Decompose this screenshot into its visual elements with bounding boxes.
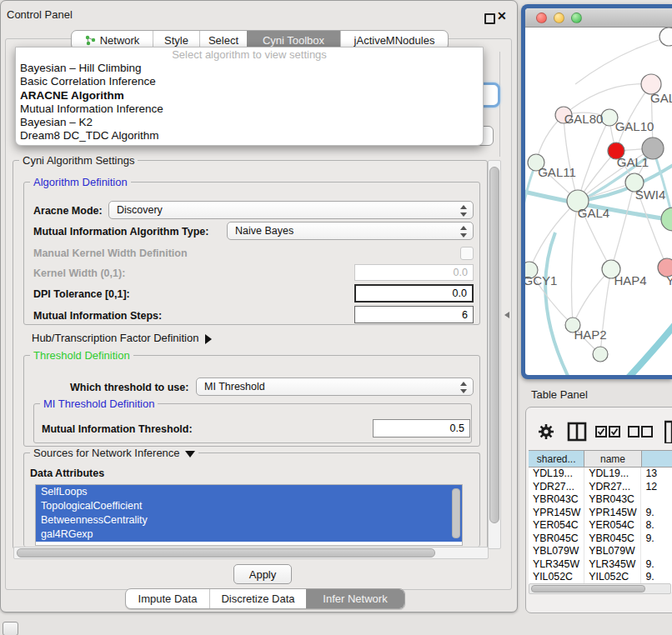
apply-button[interactable]: Apply xyxy=(233,564,292,584)
which-threshold-select[interactable]: MI Threshold xyxy=(196,378,474,396)
table-column-header[interactable] xyxy=(642,451,672,467)
table-cell[interactable]: YBR045C xyxy=(529,532,584,546)
table-cell[interactable]: YPR145W xyxy=(584,507,641,520)
network-node-hap2-lower[interactable] xyxy=(593,347,608,362)
mi-type-select[interactable]: Naive Bayes xyxy=(227,222,474,240)
network-graph[interactable]: GALGAL80GAL10GAL11GAL1SWI4GAL4GCY1HAP4YH… xyxy=(525,28,672,375)
table-cell[interactable]: YBR043C xyxy=(584,493,641,507)
table-cell[interactable]: YLR345W xyxy=(529,558,584,572)
close-traffic-light-icon[interactable] xyxy=(536,12,547,23)
network-node-label: HAP4 xyxy=(614,273,646,288)
table-cell[interactable]: YBL079W xyxy=(529,545,584,558)
network-node-label: GAL4 xyxy=(578,206,609,220)
table-cell[interactable]: 9. xyxy=(641,532,672,546)
settings-vertical-scrollbar[interactable] xyxy=(488,160,501,549)
control-panel-titlebar[interactable]: Control Panel ✕ xyxy=(0,0,516,22)
cyni-mode-tabs: Impute Data Discretize Data Infer Networ… xyxy=(125,588,405,609)
algorithm-option[interactable]: Mutual Information Inference xyxy=(16,102,483,116)
algorithm-option[interactable]: ARACNE Algorithm xyxy=(16,89,483,102)
tab-infer-network[interactable]: Infer Network xyxy=(306,589,404,608)
minimized-panel-icon[interactable] xyxy=(3,622,18,635)
network-window-titlebar[interactable] xyxy=(525,8,672,28)
table-cell[interactable] xyxy=(641,545,672,558)
table-cell[interactable]: YDR27... xyxy=(529,481,584,494)
network-node-top-edge[interactable] xyxy=(659,28,672,46)
sources-title-toggle[interactable]: Sources for Network Inference xyxy=(30,447,198,459)
data-attribute-item[interactable]: gal4RGexp xyxy=(36,528,462,542)
table-cell[interactable]: YER054C xyxy=(584,519,641,532)
table-column-header[interactable]: name xyxy=(584,451,641,467)
table-cell[interactable]: 9. xyxy=(641,507,672,520)
algorithm-option[interactable]: Dream8 DC_TDC Algorithm xyxy=(16,129,483,142)
table-cell[interactable]: 12 xyxy=(641,481,672,494)
data-attribute-item[interactable]: SelfLoops xyxy=(36,485,462,499)
scrollbar-thumb[interactable] xyxy=(17,548,435,558)
gear-icon[interactable] xyxy=(538,423,554,440)
document-icon[interactable] xyxy=(664,420,672,443)
table-row[interactable]: YBR043CYBR043C xyxy=(529,493,672,507)
unchecked-columns-icon[interactable] xyxy=(628,426,653,438)
algorithm-option[interactable]: Basic Correlation Inference xyxy=(16,75,483,88)
table-row[interactable]: YDL19...YDL19...13 xyxy=(529,468,672,481)
table-row[interactable]: YIL052CYIL052C9. xyxy=(529,571,672,584)
network-node-label: GCY1 xyxy=(525,273,557,288)
network-node-label: GAL80 xyxy=(564,112,604,126)
mi-type-label: Mutual Information Algorithm Type: xyxy=(33,226,208,238)
table-row[interactable]: YPR145WYPR145W9. xyxy=(529,507,672,520)
algorithm-option[interactable]: Bayesian – K2 xyxy=(16,116,483,129)
scrollbar-thumb[interactable] xyxy=(531,585,645,592)
table-horizontal-scrollbar[interactable] xyxy=(529,583,671,594)
table-cell[interactable]: YLR345W xyxy=(584,558,641,572)
table-cell[interactable]: 9. xyxy=(641,571,672,584)
table-cell[interactable]: YIL052C xyxy=(529,571,584,584)
table-row[interactable]: YDR27...YDR27...12 xyxy=(529,481,672,494)
network-node-swi4[interactable] xyxy=(661,208,672,231)
scrollbar-thumb[interactable] xyxy=(489,167,499,523)
tab-impute-data[interactable]: Impute Data xyxy=(126,589,209,608)
list-scrollbar[interactable] xyxy=(452,488,460,538)
table-column-header[interactable]: shared... xyxy=(529,451,584,467)
minimize-traffic-light-icon[interactable] xyxy=(554,12,564,23)
algorithm-option[interactable]: Bayesian – Hill Climbing xyxy=(16,62,483,75)
table-cell[interactable]: YDL19... xyxy=(529,468,584,481)
table-cell[interactable]: 9. xyxy=(641,558,672,572)
algorithm-placeholder: Select algorithm to view settings xyxy=(16,48,483,62)
splitpane-collapse-arrow[interactable] xyxy=(504,312,509,318)
float-window-icon[interactable] xyxy=(484,13,495,24)
table-row[interactable]: YBR045CYBR045C9. xyxy=(529,532,672,546)
tab-discretize-data[interactable]: Discretize Data xyxy=(209,589,306,608)
data-attributes-list: SelfLoopsTopologicalCoefficientBetweenne… xyxy=(35,484,463,546)
table-cell[interactable]: YDL19... xyxy=(584,468,641,481)
data-attribute-item[interactable]: BetweennessCentrality xyxy=(36,513,462,528)
network-node-label: GAL xyxy=(650,91,672,105)
table-row[interactable]: YLR345WYLR345W9. xyxy=(529,558,672,572)
mi-threshold-field[interactable]: 0.5 xyxy=(373,419,470,438)
table-cell[interactable] xyxy=(641,493,672,507)
hub-definition-toggle[interactable]: Hub/Transcription Factor Definition xyxy=(32,332,212,344)
table-cell[interactable]: YIL052C xyxy=(584,571,641,584)
zoom-traffic-light-icon[interactable] xyxy=(571,12,582,23)
aracne-mode-select[interactable]: Discovery xyxy=(108,201,474,219)
network-node-label: GAL1 xyxy=(617,155,649,169)
manual-kernel-checkbox[interactable] xyxy=(460,247,474,260)
table-cell[interactable]: YDR27... xyxy=(584,481,641,494)
table-cell[interactable]: YBR043C xyxy=(529,493,584,507)
split-columns-icon[interactable] xyxy=(567,422,587,442)
table-panel-title: Table Panel xyxy=(531,388,588,401)
table-cell[interactable]: YBL079W xyxy=(584,545,641,558)
dpi-tolerance-field[interactable]: 0.0 xyxy=(354,284,474,302)
table-row[interactable]: YER054CYER054C8. xyxy=(529,519,672,532)
close-icon[interactable]: ✕ xyxy=(497,9,507,22)
kernel-width-field[interactable]: 0.0 xyxy=(354,264,474,281)
table-cell[interactable]: 13 xyxy=(641,468,672,481)
table-cell[interactable]: 8. xyxy=(641,519,672,532)
settings-horizontal-scrollbar[interactable] xyxy=(13,547,489,559)
table-cell[interactable]: YER054C xyxy=(529,519,584,532)
network-node-label: Y xyxy=(666,273,672,288)
table-cell[interactable]: YPR145W xyxy=(529,507,584,520)
data-attribute-item[interactable]: TopologicalCoefficient xyxy=(36,499,462,513)
checked-columns-icon[interactable] xyxy=(595,426,620,438)
mi-steps-field[interactable]: 6 xyxy=(354,306,474,323)
table-row[interactable]: YBL079WYBL079W xyxy=(529,545,672,558)
table-cell[interactable]: YBR045C xyxy=(584,532,641,546)
